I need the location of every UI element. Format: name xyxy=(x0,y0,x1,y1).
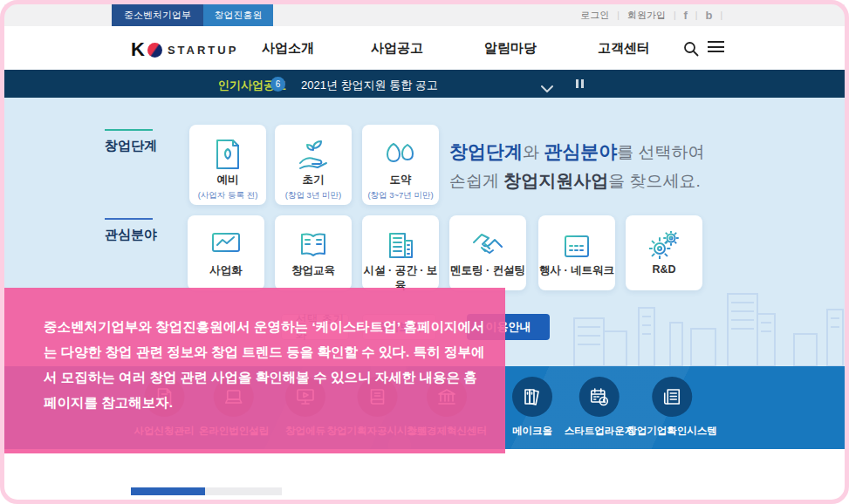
stage-card-subtitle: (창업 3~7년 미만) xyxy=(362,190,439,201)
hand-sprout-icon xyxy=(275,136,352,173)
divider: | xyxy=(617,10,620,20)
carousel-indicator-active[interactable] xyxy=(131,487,205,495)
quicklink-startup-confirmation[interactable]: 창업기업확인시스템 xyxy=(626,377,717,438)
stage-section-label: 창업단계 xyxy=(105,138,157,154)
utility-links: 로그인 | 회원가입 | f | b | xyxy=(580,4,722,26)
gov-button-ministry[interactable]: 중소벤처기업부 xyxy=(112,4,203,26)
calendar-icon xyxy=(538,227,615,263)
nav-notice-board[interactable]: 알림마당 xyxy=(484,40,537,57)
city-skyline-decoration xyxy=(565,283,845,366)
signup-link[interactable]: 회원가입 xyxy=(627,9,666,22)
caption-overlay: 중소벤처기업부와 창업진흥원에서 운영하는 ‘케이스타트업’ 홈페이지에서는 다… xyxy=(3,288,505,453)
main-header: K STARTUP 사업소개 사업공고 알림마당 고객센터 xyxy=(4,26,845,70)
nav-business-intro[interactable]: 사업소개 xyxy=(262,40,314,57)
nav-announcements[interactable]: 사업공고 xyxy=(371,40,423,57)
carousel-indicator[interactable] xyxy=(205,487,282,495)
divider: | xyxy=(674,10,676,20)
interest-card-title: 행사 · 네트워크 xyxy=(538,263,615,278)
menu-icon[interactable] xyxy=(708,41,724,52)
kstartup-logo[interactable]: K STARTUP xyxy=(131,38,238,61)
quicklink-label: 스타트업라운지 xyxy=(565,425,635,438)
facebook-icon[interactable]: f xyxy=(683,9,687,22)
interest-card-title: R&D xyxy=(626,263,702,276)
gov-button-kised[interactable]: 창업진흥원 xyxy=(203,4,273,26)
stage-card-growth[interactable]: 도약 (창업 3~7년 미만) xyxy=(362,125,439,205)
handshake-icon xyxy=(449,227,526,263)
interest-card-rnd[interactable]: R&D xyxy=(626,215,702,290)
interest-card-mentoring[interactable]: 멘토링 · 컨설팅 xyxy=(449,215,526,290)
quicklink-startup-lounge[interactable]: 스타트업라운지 xyxy=(565,377,635,438)
open-book-icon xyxy=(275,227,352,263)
interest-card-commercialization[interactable]: 사업화 xyxy=(188,215,264,290)
divider: | xyxy=(720,10,722,20)
stage-card-title: 도약 xyxy=(362,173,439,187)
logo-mark-icon xyxy=(147,43,162,58)
chevron-down-icon[interactable] xyxy=(541,80,553,96)
headline-support: 창업지원사업 xyxy=(503,171,608,190)
page: 중소벤처기업부 창업진흥원 로그인 | 회원가입 | f | b | K STA… xyxy=(0,0,849,504)
search-icon[interactable] xyxy=(683,41,699,60)
bookshelf-icon xyxy=(523,387,542,406)
pause-icon[interactable] xyxy=(576,79,584,88)
logo-startup: STARTUP xyxy=(168,44,238,57)
utility-bar: 중소벤처기업부 창업진흥원 로그인 | 회원가입 | f | b | xyxy=(4,4,845,26)
login-link[interactable]: 로그인 xyxy=(580,9,609,22)
gears-icon xyxy=(626,227,702,263)
stage-card-pre[interactable]: 예비 (사업자 등록 전) xyxy=(189,125,266,205)
interest-card-title: 창업교육 xyxy=(275,263,352,278)
hero-headline: 창업단계와 관심분야를 선택하여 손쉽게 창업지원사업을 찾으세요. xyxy=(449,138,705,195)
document-leaf-icon xyxy=(189,136,266,173)
interest-section-line xyxy=(105,218,153,220)
logo-k: K xyxy=(131,38,144,61)
stage-card-subtitle: (창업 3년 미만) xyxy=(275,190,352,201)
interest-card-title: 사업화 xyxy=(188,263,264,278)
stage-card-subtitle: (사업자 등록 전) xyxy=(189,190,266,201)
notice-count-badge: 6 xyxy=(270,77,285,92)
headline-interest: 관심분야 xyxy=(544,141,617,161)
notice-title[interactable]: 2021년 창업지원 통합 공고 xyxy=(301,78,438,93)
stage-card-title: 초기 xyxy=(275,173,352,187)
headline-stage: 창업단계 xyxy=(449,141,523,161)
trees-icon xyxy=(362,136,439,173)
interest-card-events[interactable]: 행사 · 네트워크 xyxy=(538,215,615,290)
quicklink-label: 창업기업확인시스템 xyxy=(626,425,717,438)
newspaper-icon xyxy=(662,387,681,406)
interest-card-education[interactable]: 창업교육 xyxy=(275,215,352,290)
popular-notice-bar: 인기사업공고 6 2021년 창업지원 통합 공고 xyxy=(4,70,845,98)
stage-card-title: 예비 xyxy=(189,173,266,187)
blog-icon[interactable]: b xyxy=(705,9,712,22)
stage-section-line xyxy=(105,129,153,131)
caption-text: 중소벤처기업부와 창업진흥원에서 운영하는 ‘케이스타트업’ 홈페이지에서는 다… xyxy=(44,314,488,415)
interest-section-label: 관심분야 xyxy=(105,227,157,243)
bottom-section xyxy=(4,449,845,500)
monitor-chart-icon xyxy=(188,227,264,263)
quicklink-makeall[interactable]: 메이크올 xyxy=(512,377,552,438)
interest-card-title: 멘토링 · 컨설팅 xyxy=(449,263,526,278)
nav-customer-center[interactable]: 고객센터 xyxy=(598,40,650,57)
stage-card-early[interactable]: 초기 (창업 3년 미만) xyxy=(275,125,352,205)
calendar-clock-icon xyxy=(590,387,609,406)
building-icon xyxy=(362,227,439,263)
quicklink-label: 메이크올 xyxy=(512,425,552,438)
interest-card-facility[interactable]: 시설 · 공간 · 보육 xyxy=(362,215,439,290)
divider: | xyxy=(695,10,698,20)
